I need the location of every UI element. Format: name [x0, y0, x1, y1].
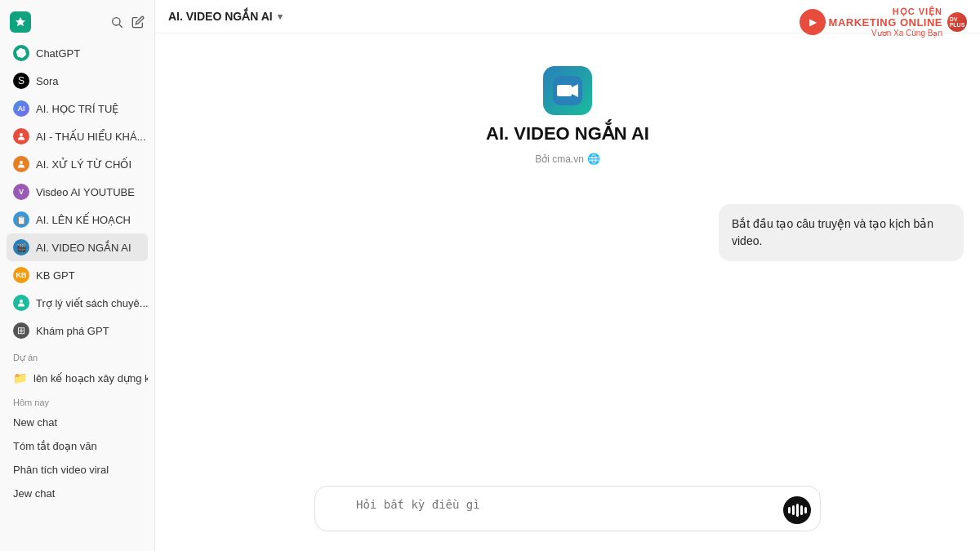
sidebar: ChatGPT S Sora AI AI. HỌC TRÍ TUỆ AI - T… [0, 0, 155, 551]
sidebar-item-label: AI. VIDEO NGẮN AI [36, 242, 131, 254]
chatgpt-icon [13, 45, 29, 61]
tro-icon [13, 295, 29, 311]
bot-avatar [543, 66, 592, 115]
mic-button[interactable] [783, 496, 811, 524]
logo-sub-text: Vươn Xa Cùng Bạn [871, 29, 942, 38]
sidebar-item-label: AI - THẤU HIỂU KHÁ... [36, 131, 146, 143]
mic-icon [788, 504, 807, 517]
project-item-label: lên kế hoạch xây dựng k... [33, 372, 148, 384]
svg-line-1 [119, 24, 122, 28]
sidebar-item-label: AI. HỌC TRÍ TUỆ [36, 103, 118, 115]
sidebar-item-hoc[interactable]: AI AI. HỌC TRÍ TUỆ [7, 95, 148, 122]
sidebar-item-tro[interactable]: Trợ lý viết sách chuyê... [7, 289, 148, 317]
bot-title: AI. VIDEO NGẮN AI [486, 123, 649, 144]
bot-byline: Bởi cma.vn 🌐 [535, 153, 600, 165]
main-area: AI. VIDEO NGẮN AI ▾ HỌC VIỆN MARKETING O… [155, 0, 980, 551]
svg-rect-6 [557, 85, 572, 96]
svg-point-0 [113, 18, 120, 25]
brand-logo: HỌC VIỆN MARKETING ONLINE Vươn Xa Cùng B… [800, 7, 967, 38]
sidebar-item-video[interactable]: 🎬 AI. VIDEO NGẮN AI [7, 233, 148, 261]
svg-point-4 [20, 300, 23, 303]
section-today-label: Hôm nay [7, 389, 148, 411]
thau-icon [13, 128, 29, 144]
folder-icon: 📁 [13, 371, 27, 384]
logo-text: HỌC VIỆN MARKETING ONLINE Vươn Xa Cùng B… [829, 7, 942, 38]
header-title-text: AI. VIDEO NGẮN AI [168, 10, 273, 23]
sidebar-logo [10, 11, 31, 33]
sidebar-item-label: Khám phá GPT [36, 325, 109, 337]
sidebar-item-chatgpt[interactable]: ChatGPT [7, 39, 148, 67]
hoc-icon: AI [13, 100, 29, 117]
chevron-down-icon: ▾ [278, 11, 283, 22]
byline-text: Bởi cma.vn [535, 153, 584, 165]
chat-input[interactable] [314, 486, 821, 531]
xu-icon [13, 156, 29, 172]
sidebar-item-label: KB GPT [36, 269, 75, 282]
sidebar-item-label: AI. LÊN KẾ HOẠCH [36, 214, 131, 226]
sidebar-item-visdeo[interactable]: V Visdeo AI YOUTUBE [7, 178, 148, 206]
section-project-label: Dự án [7, 344, 148, 367]
project-item-1[interactable]: 📁 lên kế hoạch xây dựng k... [7, 367, 148, 389]
new-chat-button[interactable] [131, 16, 145, 29]
chat-area: AI. VIDEO NGẮN AI Bởi cma.vn 🌐 Bắt đầu t… [155, 33, 980, 476]
logo-badge: DVPLUS [947, 12, 967, 32]
sidebar-item-label: Trợ lý viết sách chuyê... [36, 297, 148, 309]
sidebar-today-phan-tich[interactable]: Phân tích video viral [7, 458, 148, 482]
sidebar-top [0, 0, 154, 39]
kham-icon: ⊞ [13, 322, 29, 339]
sidebar-item-len[interactable]: 📋 AI. LÊN KẾ HOẠCH [7, 206, 148, 233]
len-icon: 📋 [13, 211, 29, 228]
input-area: + [155, 476, 980, 551]
logo-play-icon [800, 9, 826, 35]
header-title[interactable]: AI. VIDEO NGẮN AI ▾ [168, 10, 283, 23]
today-item-label: Tóm tắt đoạn văn [13, 440, 97, 452]
bot-intro: AI. VIDEO NGẮN AI Bởi cma.vn 🌐 [486, 66, 649, 165]
sidebar-item-sora[interactable]: S Sora [7, 67, 148, 95]
svg-point-3 [20, 161, 23, 164]
sidebar-item-kb[interactable]: KB KB GPT [7, 261, 148, 289]
sidebar-item-label: Visdeo AI YOUTUBE [36, 186, 135, 198]
sidebar-today-jew-chat[interactable]: Jew chat [7, 482, 148, 505]
sidebar-today-tom-tat[interactable]: Tóm tắt đoạn văn [7, 434, 148, 458]
sidebar-menu: ChatGPT S Sora AI AI. HỌC TRÍ TUỆ AI - T… [0, 39, 154, 551]
svg-point-2 [20, 133, 23, 136]
globe-icon: 🌐 [587, 153, 600, 165]
search-button[interactable] [110, 16, 123, 29]
message-bubble: Bắt đầu tạo câu truyện và tạo kịch bản v… [719, 204, 964, 261]
visdeo-icon: V [13, 184, 29, 200]
sidebar-item-label: AI. XỬ LÝ TỪ CHỐI [36, 158, 131, 171]
sora-icon: S [13, 73, 29, 89]
sidebar-item-label: Sora [36, 75, 58, 87]
sidebar-item-label: ChatGPT [36, 47, 80, 60]
today-item-label: New chat [13, 416, 57, 429]
sidebar-item-xu[interactable]: AI. XỬ LÝ TỪ CHỐI [7, 150, 148, 178]
today-item-label: Jew chat [13, 487, 55, 500]
today-item-label: Phân tích video viral [13, 464, 109, 476]
logo-marketing-online: MARKETING ONLINE [829, 17, 942, 29]
sidebar-item-kham[interactable]: ⊞ Khám phá GPT [7, 317, 148, 344]
sidebar-today-new-chat[interactable]: New chat [7, 411, 148, 434]
kb-icon: KB [13, 267, 29, 283]
video-icon: 🎬 [13, 239, 29, 256]
sidebar-item-thau[interactable]: AI - THẤU HIỂU KHÁ... [7, 122, 148, 150]
sidebar-action-icons [110, 16, 145, 29]
input-wrapper: + [314, 486, 821, 535]
